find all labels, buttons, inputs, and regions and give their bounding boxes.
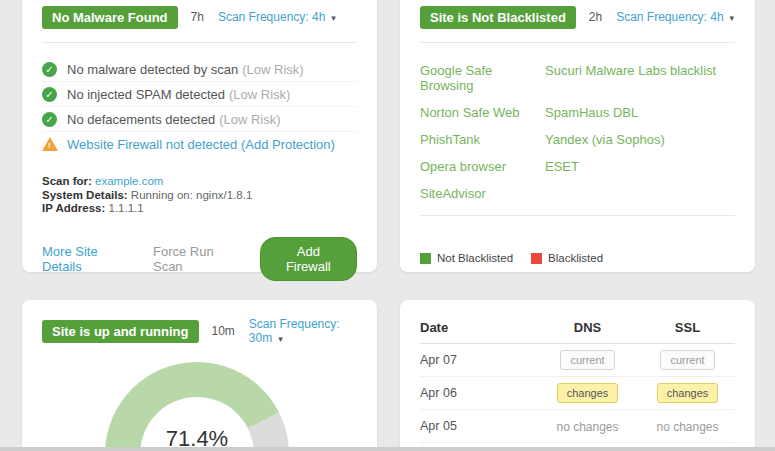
malware-scan-card: No Malware Found 7h Scan Frequency: 4h▾ … [22, 0, 377, 272]
risk-level-label: (Low Risk) [229, 87, 290, 102]
force-run-scan-link[interactable]: Force Run Scan [153, 244, 234, 274]
add-firewall-button[interactable]: Add Firewall [260, 237, 357, 281]
column-header-ssl: SSL [640, 320, 735, 335]
current-status-badge: current [660, 350, 714, 370]
warning-triangle-icon: ! [42, 137, 58, 151]
dns-status-cell: changes [535, 383, 640, 403]
table-header-row: Date DNS SSL [420, 320, 735, 335]
check-circle-icon: ✓ [42, 112, 57, 127]
header-divider [42, 42, 357, 43]
check-item-malware: ✓ No malware detected by scan (Low Risk) [42, 57, 357, 81]
ip-address-label: IP Address: [42, 202, 105, 214]
ip-address-value: 1.1.1.1 [108, 202, 143, 214]
blacklist-status-badge: Site is Not Blacklisted [420, 6, 576, 29]
chevron-down-icon: ▾ [278, 334, 283, 344]
service-link-phishtank[interactable]: PhishTank [420, 132, 545, 147]
check-item-defacement: ✓ No defacements detected (Low Risk) [42, 106, 357, 131]
blacklist-status-card: Site is Not Blacklisted 2h Scan Frequenc… [400, 0, 755, 272]
check-item-text: No malware detected by scan [67, 62, 238, 77]
system-details-label: System Details: [42, 189, 128, 201]
legend-label: Not Blacklisted [437, 252, 513, 264]
no-changes-label: no changes [656, 420, 718, 434]
changes-status-badge: changes [557, 383, 619, 403]
risk-level-label: (Low Risk) [219, 112, 280, 127]
chevron-down-icon: ▾ [730, 13, 735, 23]
ssl-status-cell: no changes [640, 417, 735, 435]
date-cell: Apr 06 [420, 386, 535, 400]
blacklist-card-header: Site is Not Blacklisted 2h Scan Frequenc… [420, 6, 735, 28]
malware-checklist: ✓ No malware detected by scan (Low Risk)… [42, 57, 357, 156]
legend-label: Blacklisted [548, 252, 603, 264]
malware-card-header: No Malware Found 7h Scan Frequency: 4h▾ [42, 6, 357, 28]
legend-item-not-blacklisted: Not Blacklisted [420, 252, 513, 264]
current-status-badge: current [560, 350, 614, 370]
malware-scan-frequency-dropdown[interactable]: Scan Frequency: 4h▾ [218, 10, 336, 24]
date-cell: Apr 07 [420, 353, 535, 367]
ip-address-line: IP Address: 1.1.1.1 [42, 202, 357, 216]
malware-status-badge: No Malware Found [42, 6, 178, 29]
uptime-scan-frequency-dropdown[interactable]: Scan Frequency: 30m▾ [249, 317, 357, 345]
check-item-text: No defacements detected [67, 112, 215, 127]
firewall-warning-link[interactable]: Website Firewall not detected (Add Prote… [67, 137, 335, 152]
dns-ssl-changes-card: Date DNS SSL Apr 07 current current Apr … [400, 300, 755, 451]
blacklist-scan-frequency-dropdown[interactable]: Scan Frequency: 4h▾ [616, 10, 734, 24]
column-header-date: Date [420, 320, 535, 335]
uptime-scan-age: 10m [212, 324, 235, 338]
date-cell: Apr 05 [420, 419, 535, 433]
service-link-opera-browser[interactable]: Opera browser [420, 159, 545, 174]
service-link-spamhaus-dbl[interactable]: SpamHaus DBL [545, 105, 735, 120]
ssl-status-cell: current [640, 350, 735, 370]
header-divider [420, 42, 735, 43]
uptime-status-badge: Site is up and running [42, 320, 199, 343]
risk-level-label: (Low Risk) [242, 62, 303, 77]
window-bottom-edge [0, 447, 775, 451]
check-item-text: No injected SPAM detected [67, 87, 225, 102]
service-link-sucuri-malware-labs[interactable]: Sucuri Malware Labs blacklist [545, 63, 735, 93]
scanned-domain-link[interactable]: example.com [95, 175, 163, 187]
legend-item-blacklisted: Blacklisted [531, 252, 603, 264]
not-blacklisted-swatch [420, 253, 431, 264]
blacklist-legend: Not Blacklisted Blacklisted [420, 252, 735, 264]
check-item-spam: ✓ No injected SPAM detected (Low Risk) [42, 81, 357, 106]
changes-status-badge: changes [657, 383, 719, 403]
table-row: Apr 05 no changes no changes [420, 410, 735, 443]
scan-target-line: Scan for: example.com [42, 175, 357, 189]
system-details-value: Running on: nginx/1.8.1 [131, 189, 252, 201]
dns-status-cell: no changes [535, 417, 640, 435]
blacklisted-swatch [531, 253, 542, 264]
blacklist-services-grid: Google Safe Browsing Sucuri Malware Labs… [420, 63, 735, 201]
more-site-details-link[interactable]: More Site Details [42, 244, 127, 274]
system-details-line: System Details: Running on: nginx/1.8.1 [42, 189, 357, 203]
security-dashboard: No Malware Found 7h Scan Frequency: 4h▾ … [0, 0, 775, 451]
empty-cell [545, 186, 735, 201]
service-link-yandex[interactable]: Yandex (via Sophos) [545, 132, 735, 147]
blacklist-scan-age: 2h [589, 10, 602, 24]
malware-card-footer: More Site Details Force Run Scan Add Fir… [42, 237, 357, 281]
chevron-down-icon: ▾ [331, 13, 336, 23]
ssl-status-cell: changes [640, 383, 735, 403]
scan-details: Scan for: example.com System Details: Ru… [42, 175, 357, 216]
uptime-card-header: Site is up and running 10m Scan Frequenc… [42, 320, 357, 342]
legend-divider [420, 215, 735, 216]
scan-for-label: Scan for: [42, 175, 92, 187]
service-link-google-safe-browsing[interactable]: Google Safe Browsing [420, 63, 545, 93]
uptime-donut-chart: 71.4% [105, 362, 289, 451]
dns-status-cell: current [535, 350, 640, 370]
malware-scan-age: 7h [191, 10, 204, 24]
column-header-dns: DNS [535, 320, 640, 335]
check-circle-icon: ✓ [42, 62, 57, 77]
table-row: Apr 06 changes changes [420, 377, 735, 410]
table-row: Apr 07 current current [420, 344, 735, 377]
check-circle-icon: ✓ [42, 87, 57, 102]
no-changes-label: no changes [556, 420, 618, 434]
service-link-siteadvisor[interactable]: SiteAdvisor [420, 186, 545, 201]
uptime-status-card: Site is up and running 10m Scan Frequenc… [22, 300, 377, 451]
service-link-eset[interactable]: ESET [545, 159, 735, 174]
firewall-warning-item: ! Website Firewall not detected (Add Pro… [42, 131, 357, 156]
service-link-norton-safe-web[interactable]: Norton Safe Web [420, 105, 545, 120]
